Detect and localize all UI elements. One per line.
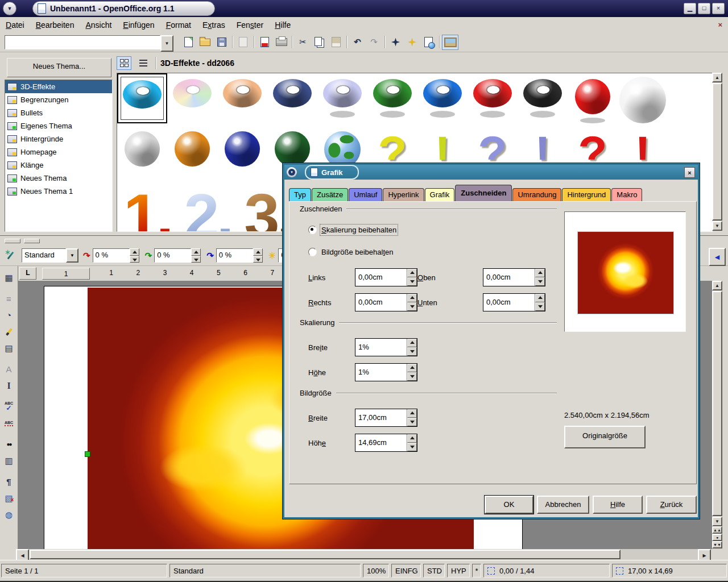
menu-ansicht[interactable]: Ansicht — [80, 18, 117, 32]
data-sources-icon[interactable]: ▥ — [1, 453, 17, 468]
graphics-toggle-icon[interactable]: ▧× — [1, 490, 17, 506]
toolbar-scroll-left-icon[interactable]: ◀ — [709, 248, 726, 266]
spin-up-icon[interactable] — [407, 294, 417, 302]
tab-hyperlink[interactable]: Hyperlink — [383, 188, 424, 201]
tab-typ[interactable]: Typ — [289, 188, 311, 201]
gallery-item-torus-pearl[interactable] — [167, 73, 217, 123]
maximize-button[interactable]: □ — [698, 3, 710, 14]
theme-begrenzungen[interactable]: Begrenzungen — [5, 93, 112, 106]
gallery-item-torus-lavender[interactable] — [317, 73, 367, 123]
document-horizontal-scrollbar[interactable]: ◀ ▶ — [0, 549, 728, 560]
scroll-down-icon[interactable]: ▼ — [712, 517, 722, 526]
save-icon[interactable] — [213, 35, 230, 50]
theme-3d-effekte[interactable]: 3D-Effekte — [5, 80, 112, 93]
cut-icon[interactable]: ✂ — [295, 35, 311, 50]
spin-up-icon[interactable] — [130, 248, 139, 256]
toolbar-separator[interactable] — [230, 35, 235, 49]
skalierung-hoehe-spinner[interactable]: 1% — [355, 363, 417, 381]
undo-icon[interactable]: ↶ — [349, 35, 366, 50]
hyperlink-bar-icon[interactable] — [420, 35, 437, 50]
dialog-menu-button[interactable]: ▼ — [287, 167, 297, 177]
toolbar-separator[interactable] — [437, 35, 442, 49]
insert-frame-icon[interactable]: I — [1, 378, 17, 393]
print-icon[interactable] — [273, 35, 289, 50]
spin-down-icon[interactable] — [535, 302, 545, 311]
toolbar-separator[interactable] — [289, 35, 295, 49]
spin-up-icon[interactable] — [407, 339, 417, 347]
close-button[interactable]: × — [712, 3, 725, 14]
spin-down-icon[interactable] — [407, 372, 417, 381]
gallery-item-number-2[interactable]: 2. — [177, 178, 238, 228]
spin-up-icon[interactable] — [407, 364, 417, 372]
tab-makro[interactable]: Makro — [611, 188, 642, 201]
copy-icon[interactable] — [311, 35, 328, 50]
gallery-vertical-scrollbar[interactable]: ▲ ▼ — [712, 73, 722, 231]
spin-down-icon[interactable] — [253, 256, 263, 263]
status-position[interactable]: 0,00 / 1,44 — [483, 564, 610, 577]
gallery-item-torus-red[interactable] — [468, 73, 518, 123]
theme-neues-thema[interactable]: Neues Thema — [5, 172, 112, 185]
keep-size-radio[interactable]: Bildgröße beibehalten — [308, 248, 394, 256]
zurueck-button[interactable]: Zurück — [646, 496, 697, 514]
spellcheck-icon[interactable]: ABC✓ — [1, 399, 17, 414]
tab-grafik[interactable]: Grafik — [425, 188, 455, 201]
theme-hintergruende[interactable]: Hintergründe — [5, 132, 112, 146]
filter-wand-icon[interactable] — [3, 249, 17, 263]
scrollbar-thumb[interactable] — [30, 550, 621, 559]
status-modified[interactable]: * — [472, 564, 481, 577]
gallery-item-torus-cyan[interactable] — [117, 73, 167, 123]
spin-up-icon[interactable] — [535, 269, 545, 277]
spin-up-icon[interactable] — [253, 248, 263, 256]
theme-neues-thema-1[interactable]: Neues Thema 1 — [5, 185, 112, 198]
scrollbar-thumb[interactable] — [712, 291, 722, 516]
nonprinting-chars-icon[interactable]: ¶ — [1, 474, 17, 489]
insert-section-icon[interactable]: ≡ — [1, 291, 17, 306]
menu-format[interactable]: Format — [160, 18, 197, 32]
gallery-item-torus-blue[interactable] — [417, 73, 468, 123]
graphics-mode-combobox[interactable]: Standard ▼ — [22, 248, 78, 263]
gallery-item-torus-peach[interactable] — [217, 73, 267, 123]
percent-spinner[interactable]: 0 % — [216, 248, 263, 263]
dialog-close-icon[interactable]: × — [684, 167, 695, 178]
previous-page-icon[interactable]: ▲▲ — [712, 526, 722, 534]
gallery-item-sphere-red[interactable] — [568, 73, 618, 123]
gallery-item-sphere-orange[interactable] — [167, 126, 217, 176]
scroll-up-icon[interactable]: ▲ — [712, 281, 722, 290]
gallery-item-sphere-gray[interactable] — [117, 126, 167, 176]
status-selection-mode[interactable]: STD — [423, 564, 445, 577]
hilfe-button[interactable]: Hilfe — [593, 496, 643, 514]
splitter-handle[interactable] — [24, 239, 40, 243]
url-combobox[interactable]: ▼ — [5, 35, 173, 49]
document-vertical-scrollbar[interactable]: ▲ ▼ ▲▲ ● ▼▼ — [712, 281, 722, 549]
menu-extras[interactable]: Extras — [197, 18, 231, 32]
oben-spinner[interactable]: 0,00cm — [483, 268, 545, 286]
new-document-icon[interactable] — [180, 35, 197, 50]
tab-zuschneiden[interactable]: Zuschneiden — [455, 185, 512, 201]
original-size-button[interactable]: Originalgröße — [564, 426, 646, 448]
detail-view-toggle[interactable] — [136, 56, 151, 70]
toolbar-separator[interactable] — [251, 35, 257, 49]
theme-homepage[interactable]: Homepage — [5, 146, 112, 159]
ok-button[interactable]: OK — [485, 496, 533, 514]
insert-form-icon[interactable]: ▤ — [1, 340, 17, 356]
menu-einfuegen[interactable]: Einfügen — [117, 18, 160, 32]
tab-umlauf[interactable]: Umlauf — [349, 188, 382, 201]
minimize-button[interactable]: ▁ — [684, 3, 696, 14]
window-menu-button[interactable]: ▼ — [3, 2, 16, 15]
selection-handle[interactable] — [85, 451, 90, 457]
spin-up-icon[interactable] — [191, 248, 201, 256]
splitter-handle[interactable] — [5, 239, 20, 243]
links-spinner[interactable]: 0,00cm — [355, 268, 417, 286]
spin-down-icon[interactable] — [407, 443, 417, 451]
tab-stop-selector[interactable]: L — [19, 267, 36, 280]
toolbar-separator[interactable] — [344, 35, 349, 49]
graphics-mode-value[interactable]: Standard — [22, 248, 66, 263]
tab-umrandung[interactable]: Umrandung — [512, 188, 561, 201]
edit-file-icon[interactable] — [235, 35, 251, 50]
bildgroesse-hoehe-spinner[interactable]: 14,69cm — [355, 434, 417, 452]
menu-hilfe[interactable]: Hilfe — [269, 18, 296, 32]
theme-eigenes-thema[interactable]: Eigenes Thema — [5, 119, 112, 132]
gallery-item-torus-green[interactable] — [367, 73, 417, 123]
gallery-icon[interactable] — [442, 35, 458, 50]
tab-zusaetze[interactable]: Zusätze — [312, 188, 348, 201]
